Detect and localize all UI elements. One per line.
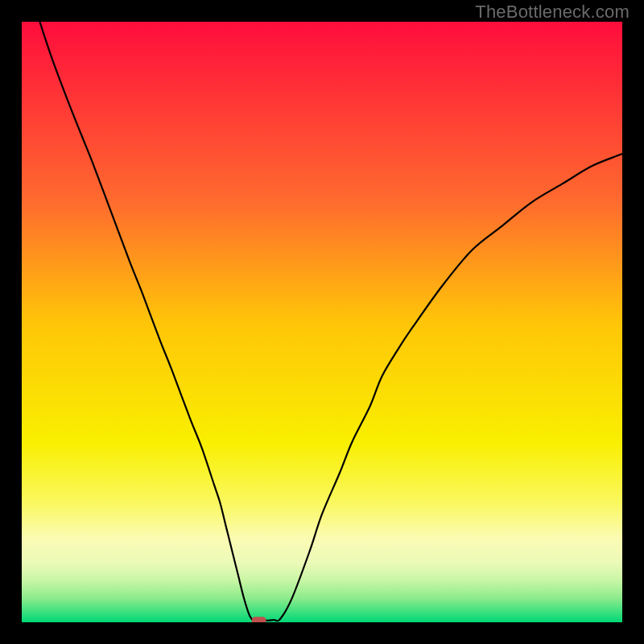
plot-svg (22, 22, 622, 622)
optimal-point-marker (252, 617, 266, 622)
plot-area (22, 22, 622, 622)
watermark-text: TheBottleneck.com (475, 2, 630, 23)
gradient-background (22, 22, 622, 622)
chart-frame: TheBottleneck.com (0, 0, 644, 644)
